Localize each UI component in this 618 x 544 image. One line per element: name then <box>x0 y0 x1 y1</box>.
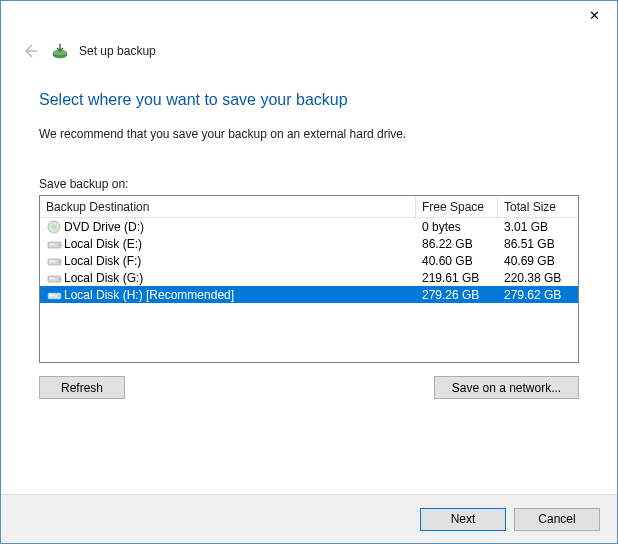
drive-name: Local Disk (E:) <box>64 237 142 251</box>
svg-point-4 <box>53 225 56 228</box>
header-row: Set up backup <box>1 31 617 63</box>
footer-bar: Next Cancel <box>1 494 617 543</box>
svg-rect-9 <box>49 260 54 261</box>
titlebar: ✕ <box>1 1 617 31</box>
refresh-button[interactable]: Refresh <box>39 376 125 399</box>
cell-total-size: 279.62 GB <box>498 288 578 302</box>
drive-name: Local Disk (G:) <box>64 271 143 285</box>
table-row[interactable]: Local Disk (E:)86.22 GB86.51 GB <box>40 235 578 252</box>
drive-name: Local Disk (H:) [Recommended] <box>64 288 234 302</box>
table-row[interactable]: Local Disk (F:)40.60 GB40.69 GB <box>40 252 578 269</box>
table-row[interactable]: DVD Drive (D:)0 bytes3.01 GB <box>40 218 578 235</box>
dvd-drive-icon <box>46 220 62 234</box>
col-free-space[interactable]: Free Space <box>416 196 498 218</box>
cell-free-space: 40.60 GB <box>416 254 498 268</box>
cell-destination: Local Disk (G:) <box>40 271 416 285</box>
drive-name: Local Disk (F:) <box>64 254 141 268</box>
table-header: Backup Destination Free Space Total Size <box>40 196 578 218</box>
cell-free-space: 86.22 GB <box>416 237 498 251</box>
back-arrow-icon <box>21 42 39 60</box>
cell-total-size: 86.51 GB <box>498 237 578 251</box>
svg-rect-15 <box>49 294 54 295</box>
hard-disk-icon <box>46 237 62 251</box>
app-title: Set up backup <box>79 44 156 58</box>
next-button[interactable]: Next <box>420 508 506 531</box>
cell-total-size: 40.69 GB <box>498 254 578 268</box>
save-backup-label: Save backup on: <box>39 177 579 191</box>
cell-free-space: 279.26 GB <box>416 288 498 302</box>
cell-free-space: 219.61 GB <box>416 271 498 285</box>
drive-name: DVD Drive (D:) <box>64 220 144 234</box>
cell-total-size: 3.01 GB <box>498 220 578 234</box>
app-icon <box>51 42 69 60</box>
col-destination[interactable]: Backup Destination <box>40 196 416 218</box>
recommendation-text: We recommend that you save your backup o… <box>39 127 579 141</box>
save-on-network-button[interactable]: Save on a network... <box>434 376 579 399</box>
cell-destination: Local Disk (E:) <box>40 237 416 251</box>
cancel-button[interactable]: Cancel <box>514 508 600 531</box>
back-button[interactable] <box>19 40 41 62</box>
svg-rect-12 <box>49 277 54 278</box>
cell-destination: Local Disk (H:) [Recommended] <box>40 288 416 302</box>
page-heading: Select where you want to save your backu… <box>39 91 579 109</box>
action-button-row: Refresh Save on a network... <box>39 376 579 399</box>
svg-point-7 <box>58 244 60 246</box>
cell-free-space: 0 bytes <box>416 220 498 234</box>
close-icon: ✕ <box>589 8 600 23</box>
svg-point-16 <box>58 295 60 297</box>
hard-disk-icon <box>46 271 62 285</box>
cell-destination: Local Disk (F:) <box>40 254 416 268</box>
destination-table[interactable]: Backup Destination Free Space Total Size… <box>39 195 579 363</box>
svg-rect-6 <box>49 243 54 244</box>
col-total-size[interactable]: Total Size <box>498 196 578 218</box>
table-row[interactable]: Local Disk (G:)219.61 GB220.38 GB <box>40 269 578 286</box>
table-row[interactable]: Local Disk (H:) [Recommended]279.26 GB27… <box>40 286 578 303</box>
cell-total-size: 220.38 GB <box>498 271 578 285</box>
hard-disk-icon <box>46 288 62 302</box>
hard-disk-icon <box>46 254 62 268</box>
svg-point-10 <box>58 261 60 263</box>
cell-destination: DVD Drive (D:) <box>40 220 416 234</box>
close-button[interactable]: ✕ <box>572 1 617 29</box>
content-area: Select where you want to save your backu… <box>1 63 617 399</box>
svg-point-13 <box>58 278 60 280</box>
table-body: DVD Drive (D:)0 bytes3.01 GBLocal Disk (… <box>40 218 578 303</box>
